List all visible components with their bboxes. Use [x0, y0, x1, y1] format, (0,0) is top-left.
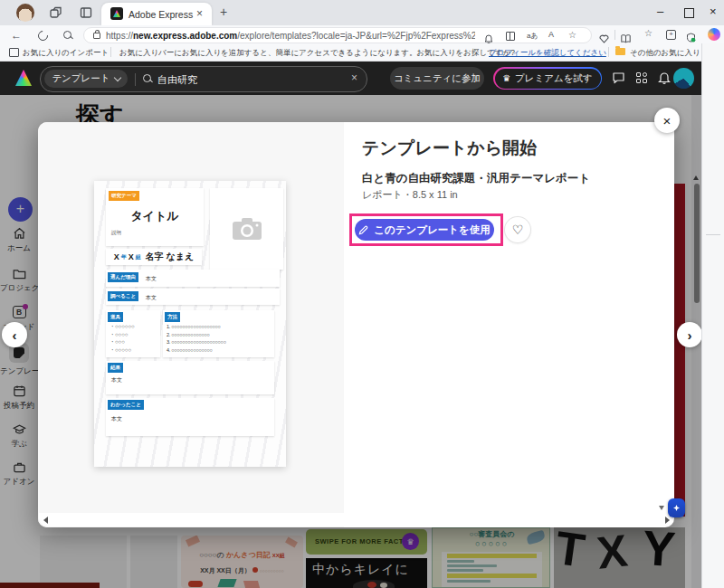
window-maximize-button[interactable]	[684, 8, 694, 18]
favorite-star-icon[interactable]: ☆	[568, 30, 576, 40]
url-host: new.express.adobe.com	[133, 31, 237, 41]
name-class: 組	[136, 253, 141, 261]
preview-method-box: 方法 1. ○○○○○○○○○○○○○○○○○○ 2. ○○○○○○○○○○○○…	[163, 310, 274, 357]
address-bar[interactable]: https://new.express.adobe.com/explore/te…	[83, 27, 592, 43]
notifications-bell-icon[interactable]	[658, 71, 671, 88]
search-icon[interactable]	[63, 31, 71, 39]
modal-close-button[interactable]: ×	[654, 108, 680, 133]
apps-grid-icon[interactable]	[636, 72, 647, 83]
express-search-bar[interactable]: テンプレート 自由研究 ×	[40, 66, 367, 92]
preview-tools-box: 道具 ・○○○○○○ ・○○○○ ・○○○ ・○○○○○	[106, 310, 160, 357]
tools-item: ・○○○○○	[110, 346, 135, 355]
crown-icon: ♛	[502, 73, 510, 83]
use-template-label: このテンプレートを使用	[374, 223, 491, 237]
preview-result-box: 結果 本文	[106, 361, 274, 394]
tools-item: ・○○○	[110, 338, 135, 346]
close-icon: ×	[663, 113, 672, 128]
screen: Adobe Express × + – × ← https://new.expr…	[0, 0, 724, 588]
express-header: テンプレート 自由研究 × コミュニティに参加 ♛ プレミアムを試す	[0, 62, 701, 95]
research-badge: 調べること	[108, 291, 138, 301]
other-favorites-label[interactable]: その他のお気に入り	[630, 48, 700, 59]
tools-item: ・○○○○	[110, 331, 135, 339]
preview-name-box: X 年 X 組 名字 なまえ	[106, 249, 202, 265]
name-year: 年	[121, 253, 127, 261]
search-clear-icon[interactable]: ×	[351, 71, 357, 84]
name-x2: X	[129, 252, 134, 261]
heart-icon: ♡	[512, 223, 524, 237]
workspaces-icon[interactable]	[49, 6, 62, 23]
favorites-bar: お気に入りのインポート お気に入りバーにお気に入りを追加すると、簡単にアクセスで…	[0, 43, 724, 62]
camera-icon	[232, 217, 262, 241]
browser-tab-strip: Adobe Express × + – ×	[0, 0, 724, 25]
findings-badge: わかったこと	[108, 400, 144, 410]
active-tab[interactable]: Adobe Express ×	[101, 3, 212, 25]
doc-desc: 説明	[111, 230, 121, 236]
join-community-button[interactable]: コミュニティに参加	[390, 67, 484, 90]
theme-badge: 研究テーマ	[109, 191, 139, 201]
back-icon[interactable]: ←	[11, 29, 22, 42]
research-body: 本文	[146, 294, 157, 302]
try-premium-label: プレミアムを試す	[515, 72, 593, 85]
tab-actions-icon[interactable]	[80, 6, 92, 23]
plus-glyph: +	[669, 30, 673, 38]
try-premium-button[interactable]: ♛ プレミアムを試す	[493, 67, 602, 90]
hscroll-right-arrow[interactable]	[665, 517, 670, 524]
favorites-list-icon[interactable]: ☆	[644, 28, 653, 38]
sidebar-divider	[706, 234, 720, 235]
new-tab-button[interactable]: +	[220, 5, 227, 19]
express-search-icon	[143, 74, 151, 82]
doc-title: タイトル	[106, 208, 204, 224]
join-community-label: コミュニティに参加	[394, 72, 481, 85]
favorites-import-label[interactable]: お気に入りのインポート	[23, 48, 109, 59]
use-template-button[interactable]: このテンプレートを使用	[355, 219, 494, 241]
profile-check-link[interactable]: プロフィールを確認してください	[489, 48, 606, 59]
method-item: 1. ○○○○○○○○○○○○○○○○○○	[167, 323, 226, 331]
feedback-chat-icon[interactable]	[612, 71, 625, 88]
chevron-down-icon	[113, 73, 120, 81]
preview-photo-box	[210, 188, 283, 270]
window-close-button[interactable]: ×	[710, 5, 717, 18]
findings-body: 本文	[111, 415, 122, 423]
read-aloud-icon[interactable]: A	[548, 30, 554, 39]
result-body: 本文	[111, 376, 122, 384]
express-search-input[interactable]: 自由研究	[157, 73, 197, 87]
template-modal: 研究テーマ タイトル 説明 X 年 X 組 名字 なまえ	[38, 122, 674, 527]
search-scope-dropdown[interactable]: テンプレート	[44, 70, 128, 88]
folder-icon	[615, 48, 625, 55]
name-x1: X	[114, 252, 119, 261]
preview-title-box: 研究テーマ タイトル 説明	[106, 188, 204, 246]
copilot-icon[interactable]	[708, 28, 720, 41]
preview-research-row: 調べること 本文	[106, 289, 280, 305]
translate-icon[interactable]: aあ	[527, 31, 538, 41]
modal-title: テンプレートから開始	[362, 137, 537, 160]
refresh-icon[interactable]	[36, 29, 50, 43]
adobe-express-logo[interactable]	[15, 70, 32, 86]
collections-icon[interactable]: +	[666, 30, 676, 40]
window-minimize-button[interactable]: –	[657, 5, 663, 18]
result-badge: 結果	[108, 363, 123, 373]
carousel-next-button[interactable]: ›	[677, 322, 702, 347]
pencil-icon	[358, 225, 368, 235]
favorite-heart-button[interactable]: ♡	[505, 217, 530, 242]
lock-icon[interactable]	[93, 33, 100, 39]
scope-label: テンプレート	[52, 72, 110, 85]
vscroll-down-arrow[interactable]	[659, 506, 664, 510]
url-text[interactable]: https://new.express.adobe.com/explore/te…	[106, 31, 475, 41]
account-avatar[interactable]	[673, 68, 694, 89]
tab-close-icon[interactable]: ×	[196, 7, 203, 20]
method-badge: 方法	[165, 312, 180, 322]
profile-avatar[interactable]	[16, 4, 34, 22]
split-screen-icon[interactable]	[506, 32, 515, 41]
favorites-hint-text: お気に入りバーにお気に入りを追加すると、簡単にアクセスできるようになります。お気…	[119, 48, 515, 59]
method-item: 2. ○○○○○○○○○○○○○○	[167, 331, 226, 339]
template-preview[interactable]: 研究テーマ タイトル 説明 X 年 X 組 名字 なまえ	[94, 181, 286, 467]
chevron-right-icon: ›	[688, 327, 692, 343]
floating-widget-badge[interactable]	[668, 498, 685, 517]
modal-hscrollbar[interactable]	[39, 513, 673, 526]
carousel-prev-button[interactable]: ‹	[2, 322, 27, 347]
hscroll-left-arrow[interactable]	[43, 517, 48, 524]
reason-body: 本文	[146, 275, 157, 283]
method-item: 3. ○○○○○○○○○○○○○○○○○○○○	[167, 338, 226, 346]
template-meta: レポート・8.5 x 11 in	[362, 188, 458, 202]
preview-reason-row: 選んだ理由 本文	[106, 270, 280, 287]
